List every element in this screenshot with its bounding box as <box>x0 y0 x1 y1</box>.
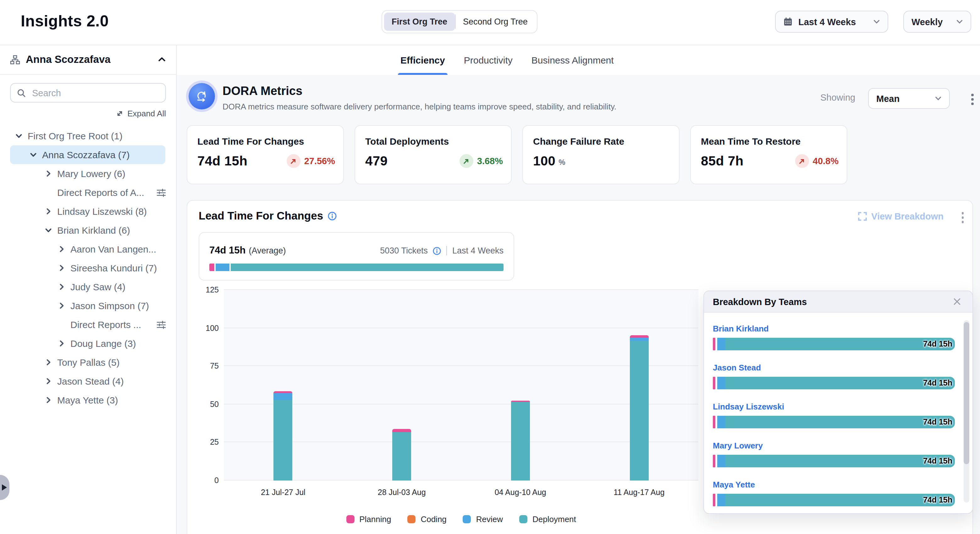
dora-metrics-description: DORA metrics measure software delivery p… <box>223 102 616 111</box>
tree-item[interactable]: Anna Scozzafava (7) <box>0 145 176 164</box>
tree-item[interactable]: Mary Lowery (6) <box>0 164 176 183</box>
sidebar-owner-row[interactable]: Anna Scozzafava <box>0 45 176 75</box>
showing-label: Showing <box>820 92 855 102</box>
metric-card-title: Lead Time For Changes <box>197 136 333 147</box>
tree-item[interactable]: Jason Simpson (7) <box>0 296 176 315</box>
team-name-link[interactable]: Brian Kirkland <box>713 325 769 333</box>
view-breakdown-button[interactable]: View Breakdown <box>858 211 943 222</box>
metric-card-delta-value: 3.68% <box>477 156 503 166</box>
info-icon[interactable] <box>433 246 442 255</box>
chevron-right-icon[interactable] <box>45 207 52 215</box>
average-meta-row: 5030 Tickets Last 4 Weeks <box>380 246 504 255</box>
chevron-right-icon[interactable] <box>58 340 65 347</box>
average-summary-card: 74d 15h(Average) 5030 Tickets Last 4 Wee… <box>199 232 514 281</box>
lead-time-kebab-menu[interactable] <box>958 208 967 227</box>
tab-business-alignment[interactable]: Business Alignment <box>530 45 615 75</box>
deployment-bar-segment[interactable] <box>511 402 530 481</box>
planning-bar-segment[interactable] <box>630 335 648 338</box>
triangle-right-icon <box>2 484 7 491</box>
chevron-down-icon <box>935 95 942 102</box>
org-tree-toggle-option[interactable]: Second Org Tree <box>455 13 535 31</box>
granularity-select[interactable]: Weekly <box>903 11 971 33</box>
legend-swatch <box>519 515 527 523</box>
tree-item[interactable]: Tony Pallas (5) <box>0 353 176 372</box>
tree-item[interactable]: Lindsay Liszewski (8) <box>0 202 176 221</box>
team-name-link[interactable]: Jason Stead <box>713 363 761 372</box>
tree-item[interactable]: Direct Reports ... <box>0 315 176 334</box>
legend-item: Deployment <box>519 515 576 524</box>
lead-time-chart <box>224 290 698 481</box>
tree-item[interactable]: Judy Saw (4) <box>0 277 176 296</box>
showing-select[interactable]: Mean <box>868 88 950 109</box>
metric-card-value-row: 74d 15h27.56% <box>197 153 335 169</box>
tree-item-label: Aaron Van Langen... <box>70 244 156 254</box>
chevron-right-icon[interactable] <box>45 396 52 404</box>
deployment-segment <box>725 416 955 428</box>
deployment-bar-segment[interactable] <box>274 400 293 481</box>
review-segment <box>717 494 725 506</box>
tree-item[interactable]: Sireesha Kunduri (7) <box>0 258 176 277</box>
chevron-right-icon[interactable] <box>58 302 65 309</box>
y-tick-label: 100 <box>205 324 219 332</box>
team-phase-bar: 74d 15h <box>713 455 955 467</box>
chevron-up-icon[interactable] <box>158 55 166 64</box>
tree-item[interactable]: Direct Reports of A... <box>0 183 176 202</box>
filter-icon[interactable] <box>156 189 166 197</box>
chevron-right-icon[interactable] <box>45 170 52 177</box>
gridline <box>224 365 698 366</box>
team-name-link[interactable]: Maya Yette <box>713 481 755 489</box>
team-name-link[interactable]: Lindsay Liszewski <box>713 403 784 411</box>
review-bar-segment[interactable] <box>630 338 648 341</box>
org-tree: First Org Tree Root (1)Anna Scozzafava (… <box>0 126 176 410</box>
chevron-right-icon[interactable] <box>58 283 65 290</box>
close-icon[interactable] <box>950 295 964 308</box>
team-row: Jason Stead74d 15h <box>713 362 955 389</box>
team-value: 74d 15h <box>923 338 952 350</box>
app-title: Insights 2.0 <box>21 12 109 30</box>
tree-item[interactable]: Brian Kirkland (6) <box>0 221 176 240</box>
sidebar-owner-name: Anna Scozzafava <box>26 53 111 65</box>
breakdown-rows: Brian Kirkland74d 15hJason Stead74d 15hL… <box>713 312 955 506</box>
search-input[interactable] <box>31 87 159 99</box>
chart-y-axis: 0255075100125 <box>195 290 219 481</box>
team-phase-bar: 74d 15h <box>713 377 955 389</box>
tree-item[interactable]: Maya Yette (3) <box>0 391 176 410</box>
team-name-link[interactable]: Mary Lowery <box>713 442 763 450</box>
review-bar-segment[interactable] <box>274 393 293 400</box>
dora-metrics-title: DORA Metrics <box>223 84 302 98</box>
tree-item[interactable]: Doug Lange (3) <box>0 334 176 353</box>
chevron-down-icon[interactable] <box>15 132 22 140</box>
info-icon[interactable] <box>328 211 337 221</box>
x-tick-label: 04 Aug-10 Aug <box>476 488 565 497</box>
tree-item[interactable]: First Org Tree Root (1) <box>0 126 176 145</box>
metric-card-value: 85d 7h <box>701 153 743 169</box>
tree-item[interactable]: Aaron Van Langen... <box>0 240 176 258</box>
chevron-right-icon[interactable] <box>45 359 52 366</box>
date-range-select[interactable]: Last 4 Weeks <box>775 11 888 33</box>
chevron-right-icon[interactable] <box>58 245 65 253</box>
deployment-bar-segment[interactable] <box>392 432 411 481</box>
tree-item-label: Judy Saw (4) <box>70 282 126 292</box>
scrollbar-thumb[interactable] <box>964 322 969 464</box>
deployment-bar-segment[interactable] <box>630 341 648 481</box>
planning-bar-segment[interactable] <box>274 392 293 393</box>
tree-item[interactable]: Jason Stead (4) <box>0 372 176 391</box>
planning-segment <box>713 494 715 506</box>
tab-productivity[interactable]: Productivity <box>463 45 514 75</box>
dora-kebab-menu[interactable] <box>967 90 977 108</box>
chevron-down-icon[interactable] <box>30 151 37 158</box>
legend-swatch <box>346 515 354 523</box>
planning-bar-segment[interactable] <box>392 429 411 432</box>
tab-efficiency[interactable]: Efficiency <box>399 45 446 75</box>
legend-item: Coding <box>407 515 446 524</box>
chevron-down-icon[interactable] <box>45 226 52 234</box>
expand-all-button[interactable]: Expand All <box>10 109 166 118</box>
filter-icon[interactable] <box>156 321 166 329</box>
tree-item-label: Brian Kirkland (6) <box>57 225 130 236</box>
lead-time-title-row: Lead Time For Changes <box>199 209 337 223</box>
chevron-right-icon[interactable] <box>58 264 65 272</box>
org-tree-toggle-option[interactable]: First Org Tree <box>384 13 455 31</box>
review-segment <box>717 416 725 428</box>
divider <box>447 246 447 255</box>
chevron-right-icon[interactable] <box>45 378 52 385</box>
